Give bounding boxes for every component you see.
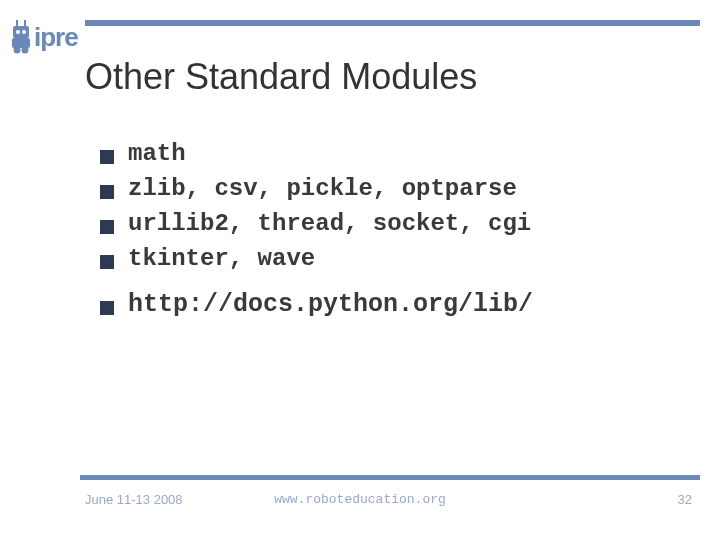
- bullet-icon: [100, 255, 114, 269]
- svg-point-4: [22, 30, 26, 34]
- list-item: urllib2, thread, socket, cgi: [100, 210, 680, 237]
- robot-icon: [10, 18, 34, 54]
- svg-rect-5: [12, 38, 30, 48]
- list-item: zlib, csv, pickle, optparse: [100, 175, 680, 202]
- bullet-list: math zlib, csv, pickle, optparse urllib2…: [100, 140, 680, 327]
- header-divider: [85, 20, 700, 26]
- bullet-text: zlib, csv, pickle, optparse: [128, 175, 517, 202]
- bullet-icon: [100, 150, 114, 164]
- spacer: [100, 280, 680, 290]
- bullet-text: urllib2, thread, socket, cgi: [128, 210, 531, 237]
- footer-page-number: 32: [678, 492, 692, 507]
- bullet-icon: [100, 185, 114, 199]
- bullet-link-text: http://docs.python.org/lib/: [128, 290, 533, 319]
- bullet-icon: [100, 220, 114, 234]
- bullet-icon: [100, 301, 114, 315]
- footer-divider: [80, 475, 700, 480]
- slide-title: Other Standard Modules: [85, 56, 477, 98]
- logo-text: ipre: [34, 22, 78, 53]
- footer-url: www.roboteducation.org: [0, 492, 720, 507]
- list-item: math: [100, 140, 680, 167]
- bullet-text: math: [128, 140, 186, 167]
- svg-point-6: [14, 47, 21, 54]
- svg-point-3: [16, 30, 20, 34]
- footer: June 11-13 2008 www.roboteducation.org 3…: [0, 492, 720, 512]
- list-item: tkinter, wave: [100, 245, 680, 272]
- logo: ipre: [8, 6, 86, 54]
- list-item: http://docs.python.org/lib/: [100, 290, 680, 319]
- svg-rect-2: [13, 26, 29, 38]
- svg-point-7: [22, 47, 29, 54]
- bullet-text: tkinter, wave: [128, 245, 315, 272]
